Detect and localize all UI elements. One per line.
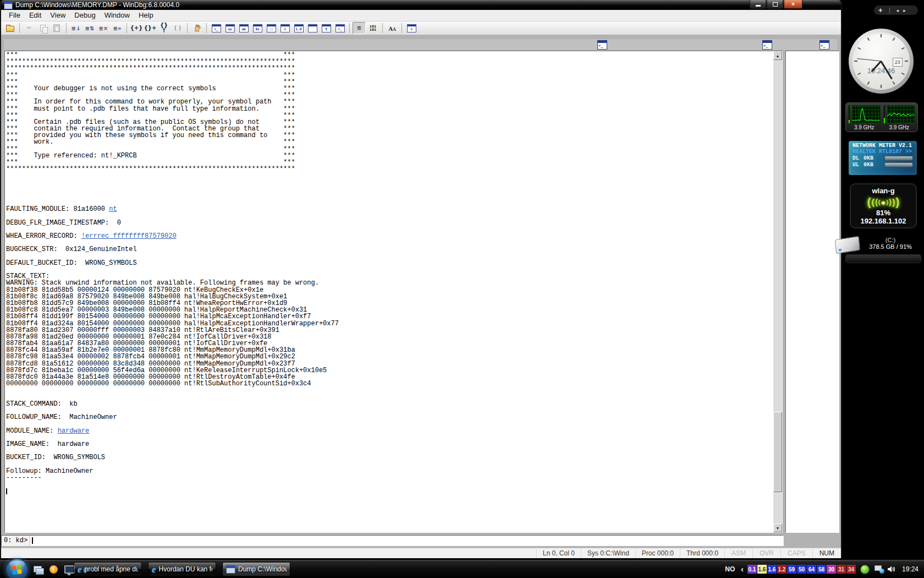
command-input[interactable] — [30, 536, 783, 546]
taskbar-clock[interactable]: 19:24 — [902, 565, 919, 573]
wifi-arc: ( — [871, 198, 875, 207]
show-hidden-icons-icon[interactable]: ‹ — [741, 565, 744, 574]
toolbar-separator — [66, 23, 67, 33]
toolbar-options-button[interactable]: ≡ — [405, 22, 418, 34]
menu-edit[interactable]: Edit — [25, 10, 46, 21]
locals-window-button[interactable]: ab — [237, 22, 250, 34]
clock-tick — [867, 81, 870, 85]
cpu-meter-gadget[interactable]: 3.9 GHz 3.9 GHz — [845, 102, 918, 132]
go-button[interactable]: ≡↓ — [69, 22, 82, 34]
menu-debug[interactable]: Debug — [70, 10, 100, 21]
tray-meter[interactable]: 31 — [837, 565, 846, 574]
restart-button[interactable]: ≡⇅ — [83, 22, 96, 34]
resident-shield-icon[interactable] — [860, 565, 870, 574]
font-icon: AA — [388, 23, 396, 33]
console-line: 81b08ff4 81dd199f 80154000 00000000 0000… — [6, 313, 773, 320]
clock-gadget[interactable]: 23 19:24:46 — [849, 29, 914, 94]
tray-meter[interactable]: 30 — [827, 565, 836, 574]
break-button[interactable] — [190, 22, 204, 34]
quicklaunch-show-desktop[interactable] — [32, 564, 43, 575]
console-line: BUCKET_ID: WRONG_SYMBOLS — [6, 454, 773, 461]
scroll-up-icon[interactable]: ▲ — [773, 51, 782, 60]
console-link[interactable]: !errrec ffffffff87579020 — [81, 232, 177, 240]
wifi-gadget[interactable]: wlan-g ((((●)))) 81% 192.168.1.102 — [850, 183, 917, 228]
next-page-icon[interactable]: ▸ — [901, 8, 908, 13]
add-gadget-button[interactable]: + — [878, 6, 883, 14]
console-line — [6, 387, 773, 394]
quicklaunch-remote-desktop[interactable] — [64, 564, 75, 575]
assembly-options-button[interactable]: 101 101 — [366, 22, 380, 34]
task-buttons: eprobl med åpne du...eHvordan DU kan fei… — [74, 562, 290, 576]
quicklaunch-info[interactable]: i — [48, 564, 59, 575]
font-button[interactable]: AA — [386, 22, 399, 34]
network-meter-title: NETWORK METER V2.1 — [849, 143, 917, 149]
status-process: Proc 000:0 — [635, 549, 680, 558]
stop-debugging-button[interactable]: ≡× — [97, 22, 110, 34]
menu-file[interactable]: File — [4, 10, 25, 21]
close-button[interactable]: × — [784, 0, 802, 9]
scrollbar[interactable]: ▲ ▼ — [773, 51, 782, 532]
toolbar-separator — [187, 23, 188, 33]
network-status-icon[interactable] — [875, 565, 884, 574]
menu-help[interactable]: Help — [134, 10, 158, 21]
tray-meter[interactable]: 64 — [807, 565, 816, 574]
step-into-button[interactable]: {+} — [130, 22, 143, 34]
drive-icon[interactable] — [833, 236, 861, 254]
tray-meter[interactable]: 59 — [787, 565, 796, 574]
tray-meter[interactable]: 58 — [817, 565, 826, 574]
taskbar-task[interactable]: Dump C:\Windows\... — [222, 562, 290, 576]
console-line — [6, 448, 773, 454]
command-browser-window-button[interactable]: >_ — [333, 22, 346, 34]
source-mode-toggle-button[interactable]: ≡ — [353, 22, 366, 34]
input-caret — [32, 537, 33, 544]
info-icon: i — [50, 565, 58, 574]
docked-command-window-icon[interactable]: >_ — [597, 40, 607, 50]
tray-meter[interactable]: 50 — [797, 565, 806, 574]
disassembly-window-icon: 1.0 — [294, 24, 304, 32]
console-link[interactable]: nt — [109, 205, 117, 213]
tray-meter[interactable]: 1.2 — [777, 565, 787, 574]
taskbar-task[interactable]: eHvordan DU kan feil... — [148, 562, 216, 576]
maximize-button[interactable] — [767, 0, 783, 9]
status-thread: Thrd 000:0 — [680, 549, 724, 558]
memory-window-button[interactable]: :: — [265, 22, 278, 34]
step-over-button[interactable]: {}+ — [144, 22, 157, 34]
scrollbar-thumb[interactable] — [773, 412, 782, 492]
clock-tick — [881, 34, 882, 37]
tray-meter[interactable]: 1.6 — [757, 565, 767, 574]
taskbar-task[interactable]: eprobl med åpne du... — [74, 562, 142, 576]
docked-command-window-icon[interactable]: >_ — [762, 40, 772, 50]
minimize-button[interactable] — [750, 0, 766, 9]
clock-tick — [854, 61, 857, 62]
menu-view[interactable]: View — [46, 10, 70, 21]
restart-icon: ≡⇅ — [85, 25, 95, 31]
disassembly-window-button[interactable]: 1.0 — [292, 22, 305, 34]
detach-process-button[interactable]: ≡» — [111, 22, 124, 34]
volume-icon[interactable] — [887, 565, 895, 573]
scroll-down-icon[interactable]: ▼ — [773, 524, 782, 532]
step-out-button[interactable]: {}↑ — [157, 22, 170, 34]
language-indicator[interactable]: NO — [725, 565, 735, 573]
scratch-pad-window-button[interactable] — [306, 22, 319, 34]
network-meter-gadget[interactable]: NETWORK METER V2.1 REALTEK RTL8187 >> DL… — [849, 141, 917, 175]
start-button[interactable] — [6, 558, 29, 578]
command-output-pane[interactable]: *** ************************************… — [4, 51, 783, 533]
open-source-file-button[interactable] — [3, 22, 16, 34]
source-mode-toggle-icon: ≡ — [357, 25, 361, 31]
docked-command-window-icon[interactable]: >_ — [820, 40, 829, 50]
tray-meter[interactable]: 1.6 — [767, 565, 777, 574]
tray-meter[interactable]: 34 — [846, 565, 856, 574]
command-window-button[interactable]: >_ — [210, 22, 223, 34]
prev-page-icon[interactable]: ◂ — [894, 8, 901, 13]
watch-window-button[interactable]: oo — [223, 22, 237, 34]
call-stack-window-button[interactable]: ≡ — [278, 22, 292, 34]
console-link[interactable]: hardware — [58, 427, 90, 435]
drive-gadget[interactable]: (C:) 378.5 GB / 91% — [862, 237, 919, 250]
menu-window[interactable]: Window — [100, 10, 134, 21]
wifi-ssid: wlan-g — [851, 187, 916, 195]
registers-window-button[interactable]: 0x — [251, 22, 264, 34]
wifi-arc: ) — [889, 198, 892, 206]
tray-meter[interactable]: 0.1 — [747, 565, 757, 574]
titlebar[interactable]: Dump C:\Windows\MEMORY.DMP - WinDbg:6.8.… — [1, 0, 841, 10]
processes-threads-window-button[interactable]: ¶ — [320, 22, 333, 34]
